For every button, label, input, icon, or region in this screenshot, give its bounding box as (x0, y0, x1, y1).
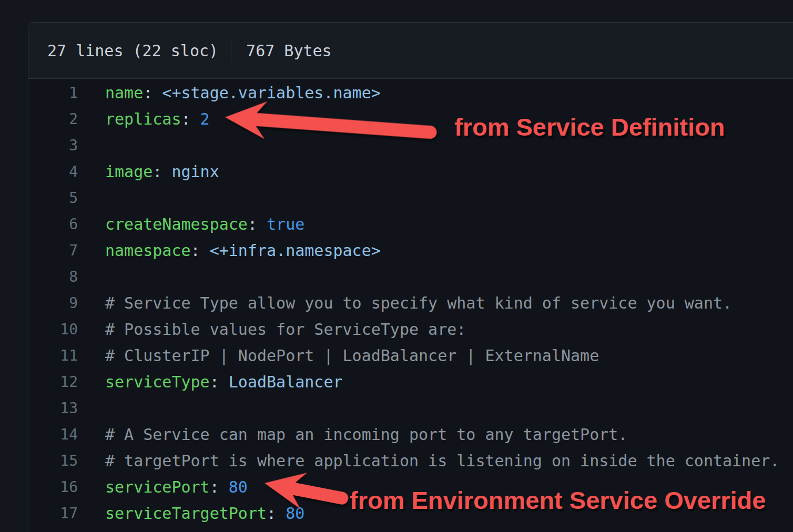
line-number[interactable]: 12 (28, 369, 78, 395)
code-line: 15# targetPort is where application is l… (28, 448, 793, 474)
code-text: # ClusterIP | NodePort | LoadBalancer | … (105, 343, 599, 369)
annotation-service-definition: from Service Definition (454, 115, 725, 139)
code-line: 8 (28, 264, 793, 290)
code-line: 5 (28, 185, 793, 211)
line-number[interactable]: 3 (28, 132, 78, 159)
code-text: # Possible values for ServiceType are: (105, 316, 466, 343)
code-line: 1name: <+stage.variables.name> (28, 80, 793, 106)
line-number[interactable]: 15 (28, 448, 78, 474)
code-text: name: <+stage.variables.name> (105, 80, 381, 106)
code-text: servicePort: 80 (105, 474, 248, 500)
line-number[interactable]: 8 (28, 264, 78, 290)
code-line: 11# ClusterIP | NodePort | LoadBalancer … (28, 343, 793, 369)
file-lines-info: 27 lines (22 sloc) (47, 42, 218, 60)
code-line: 9# Service Type allow you to specify wha… (28, 290, 793, 316)
code-line: 14# A Service can map an incoming port t… (28, 422, 793, 448)
line-number[interactable]: 7 (28, 238, 78, 264)
code-text: # Service Type allow you to specify what… (105, 290, 732, 316)
code-area: 1name: <+stage.variables.name>2replicas:… (28, 79, 793, 527)
file-panel: 27 lines (22 sloc) 767 Bytes 1name: <+st… (28, 22, 793, 532)
code-text: replicas: 2 (105, 106, 210, 132)
header-divider (231, 38, 231, 63)
line-number[interactable]: 2 (28, 106, 78, 132)
code-line: 4image: nginx (28, 159, 793, 185)
annotation-environment-override: from Environment Service Override (350, 488, 766, 513)
code-lines: 1name: <+stage.variables.name>2replicas:… (28, 80, 793, 527)
code-text: createNamespace: true (105, 211, 304, 238)
code-text: # targetPort is where application is lis… (105, 448, 779, 474)
code-line: 12serviceType: LoadBalancer (28, 369, 793, 395)
line-number[interactable]: 9 (28, 290, 78, 316)
line-number[interactable]: 10 (28, 316, 78, 343)
code-text: serviceTargetPort: 80 (105, 500, 304, 527)
code-text: image: nginx (105, 159, 219, 185)
line-number[interactable]: 4 (28, 159, 78, 185)
code-line: 7namespace: <+infra.namespace> (28, 238, 793, 264)
code-text: namespace: <+infra.namespace> (105, 238, 381, 264)
page-background: 27 lines (22 sloc) 767 Bytes 1name: <+st… (0, 0, 793, 532)
code-line: 13 (28, 395, 793, 422)
line-number[interactable]: 16 (28, 474, 78, 500)
line-number[interactable]: 1 (28, 80, 78, 106)
file-size-info: 767 Bytes (246, 42, 332, 60)
code-text: # A Service can map an incoming port to … (105, 422, 627, 448)
code-text: serviceType: LoadBalancer (105, 369, 343, 395)
line-number[interactable]: 14 (28, 422, 78, 448)
file-header: 27 lines (22 sloc) 767 Bytes (28, 23, 793, 79)
line-number[interactable]: 6 (28, 211, 78, 238)
line-number[interactable]: 11 (28, 343, 78, 369)
line-number[interactable]: 17 (28, 500, 78, 527)
code-line: 10# Possible values for ServiceType are: (28, 316, 793, 343)
line-number[interactable]: 5 (28, 185, 78, 211)
line-number[interactable]: 13 (28, 395, 78, 422)
code-line: 6createNamespace: true (28, 211, 793, 238)
